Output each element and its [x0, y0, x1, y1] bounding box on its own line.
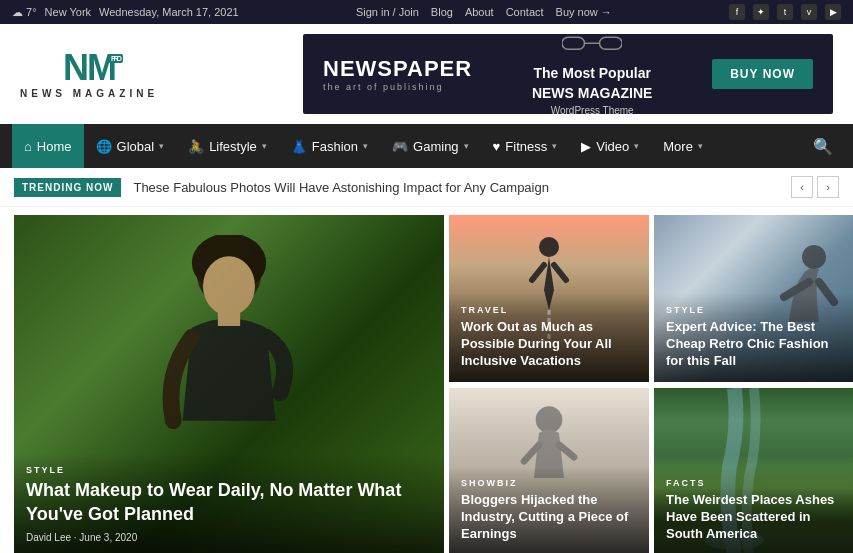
trending-bar: TRENDING NOW These Fabulous Photos Will …: [0, 168, 853, 207]
top-bar-nav: Sign in / Join Blog About Contact Buy no…: [356, 6, 612, 18]
article-card-style[interactable]: STYLE Expert Advice: The Best Cheap Retr…: [654, 215, 853, 382]
article-card-travel[interactable]: TRAVEL Work Out as Much as Possible Duri…: [449, 215, 649, 382]
fitness-icon: ♥: [493, 139, 501, 154]
ad-middle: The Most Popular NEWS MAGAZINE WordPress…: [517, 34, 667, 114]
trend-prev-button[interactable]: ‹: [791, 176, 813, 198]
youtube-icon[interactable]: ▶: [825, 4, 841, 20]
card-overlay-showbiz: SHOWBIZ Bloggers Hijacked the Industry, …: [449, 466, 649, 553]
card-overlay-facts: FACTS The Weirdest Places Ashes Have Bee…: [654, 466, 853, 553]
header: NM PRO NEWS MAGAZINE NEWSPAPER the art o…: [0, 24, 853, 124]
city-label: New York: [45, 6, 91, 18]
ad-banner[interactable]: NEWSPAPER the art of publishing The Most…: [303, 34, 833, 114]
nav-home[interactable]: ⌂ Home: [12, 124, 84, 168]
nav-video-label: Video: [596, 139, 629, 154]
card-category: FACTS: [666, 478, 842, 488]
logo[interactable]: NM PRO NEWS MAGAZINE: [20, 50, 158, 99]
date-label: Wednesday, March 17, 2021: [99, 6, 239, 18]
contact-link[interactable]: Contact: [506, 6, 544, 18]
gaming-icon: 🎮: [392, 139, 408, 154]
nav-lifestyle[interactable]: 🚴 Lifestyle ▾: [176, 124, 279, 168]
card-overlay-style: STYLE Expert Advice: The Best Cheap Retr…: [654, 293, 853, 382]
card-title: Work Out as Much as Possible During Your…: [461, 319, 637, 370]
top-bar: ☁ 7° New York Wednesday, March 17, 2021 …: [0, 0, 853, 24]
logo-letters: NM PRO: [63, 50, 115, 86]
about-link[interactable]: About: [465, 6, 494, 18]
lifestyle-icon: 🚴: [188, 139, 204, 154]
card-title: The Weirdest Places Ashes Have Been Scat…: [666, 492, 842, 543]
signin-link[interactable]: Sign in / Join: [356, 6, 419, 18]
card-title: Bloggers Hijacked the Industry, Cutting …: [461, 492, 637, 543]
ad-right: Buy Now: [712, 59, 813, 89]
video-icon: ▶: [581, 139, 591, 154]
home-icon: ⌂: [24, 139, 32, 154]
twitter-icon[interactable]: t: [777, 4, 793, 20]
chevron-down-icon: ▾: [552, 141, 557, 151]
social-links: f ✦ t v ▶: [729, 4, 841, 20]
card-title: What Makeup to Wear Daily, No Matter Wha…: [26, 479, 432, 526]
nav-home-label: Home: [37, 139, 72, 154]
svg-point-11: [802, 245, 826, 269]
card-overlay-travel: TRAVEL Work Out as Much as Possible Duri…: [449, 293, 649, 382]
nav-gaming-label: Gaming: [413, 139, 459, 154]
nav-more-label: More: [663, 139, 693, 154]
article-card-showbiz[interactable]: SHOWBIZ Bloggers Hijacked the Industry, …: [449, 388, 649, 554]
article-card-big[interactable]: STYLE What Makeup to Wear Daily, No Matt…: [14, 215, 444, 553]
nav-fashion[interactable]: 👗 Fashion ▾: [279, 124, 380, 168]
svg-rect-1: [600, 38, 623, 50]
card-title: Expert Advice: The Best Cheap Retro Chic…: [666, 319, 842, 370]
nav-fitness-label: Fitness: [505, 139, 547, 154]
navbar: ⌂ Home 🌐 Global ▾ 🚴 Lifestyle ▾ 👗 Fashio…: [0, 124, 853, 168]
ad-title: NEWSPAPER: [323, 56, 472, 82]
card-category: STYLE: [666, 305, 842, 315]
chevron-down-icon: ▾: [464, 141, 469, 151]
ad-left: NEWSPAPER the art of publishing: [323, 56, 472, 92]
trending-text: These Fabulous Photos Will Have Astonish…: [133, 180, 779, 195]
card-overlay-big: STYLE What Makeup to Wear Daily, No Matt…: [14, 453, 444, 553]
top-bar-left: ☁ 7° New York Wednesday, March 17, 2021: [12, 6, 239, 19]
buy-now-button[interactable]: Buy Now: [712, 59, 813, 89]
svg-point-8: [203, 256, 255, 315]
chevron-down-icon: ▾: [262, 141, 267, 151]
articles-grid: STYLE What Makeup to Wear Daily, No Matt…: [0, 207, 853, 553]
nav-video[interactable]: ▶ Video ▾: [569, 124, 651, 168]
svg-point-9: [539, 237, 559, 257]
chevron-down-icon: ▾: [159, 141, 164, 151]
svg-rect-0: [562, 38, 585, 50]
fashion-icon: 👗: [291, 139, 307, 154]
card-category: TRAVEL: [461, 305, 637, 315]
ad-subtitle: the art of publishing: [323, 82, 472, 92]
buynow-top-link[interactable]: Buy now →: [556, 6, 612, 18]
blog-link[interactable]: Blog: [431, 6, 453, 18]
logo-subtitle: NEWS MAGAZINE: [20, 88, 158, 99]
chevron-down-icon: ▾: [363, 141, 368, 151]
trending-badge: TRENDING NOW: [14, 178, 121, 197]
nav-global-label: Global: [117, 139, 155, 154]
nav-fitness[interactable]: ♥ Fitness ▾: [481, 124, 570, 168]
trending-arrows: ‹ ›: [791, 176, 839, 198]
nav-gaming[interactable]: 🎮 Gaming ▾: [380, 124, 481, 168]
card-category: SHOWBIZ: [461, 478, 637, 488]
chevron-down-icon: ▾: [634, 141, 639, 151]
nav-fashion-label: Fashion: [312, 139, 358, 154]
weather-icon: ☁ 7°: [12, 6, 37, 19]
glasses-decoration: [562, 34, 622, 55]
card-category: STYLE: [26, 465, 432, 475]
nav-global[interactable]: 🌐 Global ▾: [84, 124, 177, 168]
ad-sub-text: WordPress Theme: [517, 104, 667, 114]
facebook-icon[interactable]: f: [729, 4, 745, 20]
pro-badge: PRO: [108, 54, 123, 63]
card-meta: David Lee · June 3, 2020: [26, 532, 432, 543]
article-card-facts[interactable]: FACTS The Weirdest Places Ashes Have Bee…: [654, 388, 853, 554]
trend-next-button[interactable]: ›: [817, 176, 839, 198]
nav-lifestyle-label: Lifestyle: [209, 139, 257, 154]
global-icon: 🌐: [96, 139, 112, 154]
nav-more[interactable]: More ▾: [651, 124, 715, 168]
instagram-icon[interactable]: ✦: [753, 4, 769, 20]
vimeo-icon[interactable]: v: [801, 4, 817, 20]
svg-point-12: [536, 406, 563, 433]
search-icon[interactable]: 🔍: [805, 137, 841, 156]
nav-items: ⌂ Home 🌐 Global ▾ 🚴 Lifestyle ▾ 👗 Fashio…: [12, 124, 715, 168]
ad-main-text: The Most Popular NEWS MAGAZINE: [517, 64, 667, 103]
chevron-down-icon: ▾: [698, 141, 703, 151]
